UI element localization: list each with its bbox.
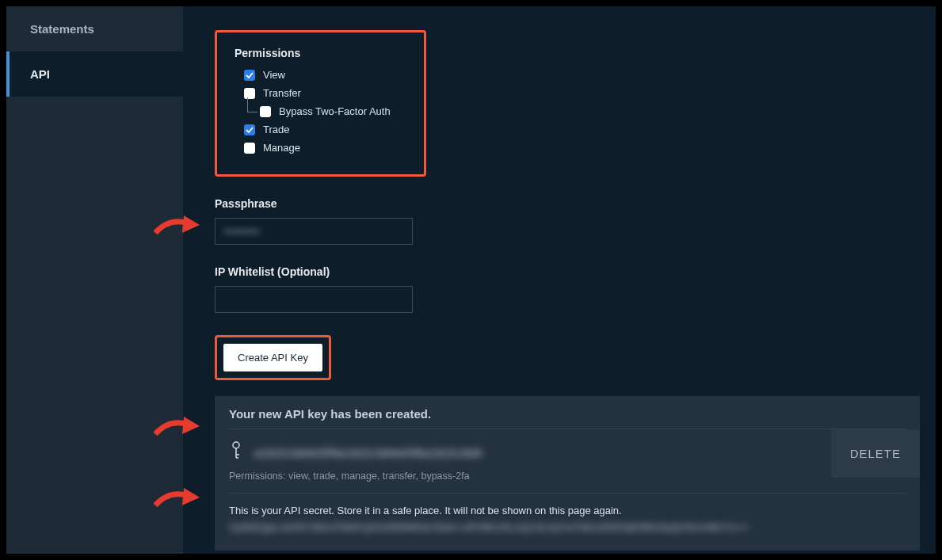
- api-secret-value: Xy9ZkQpL3mN7vB2cF8dH1jK4sR6tW0eU5aG+oP/i…: [229, 521, 906, 533]
- permission-label: Manage: [263, 142, 300, 154]
- sidebar-item-statements[interactable]: Statements: [6, 6, 183, 51]
- svg-point-0: [233, 442, 239, 448]
- ip-whitelist-group: IP Whitelist (Optional): [215, 265, 936, 313]
- key-icon: [229, 440, 243, 464]
- api-key-result-panel: Your new API key has been created. a1b2c…: [215, 396, 920, 550]
- permission-trade[interactable]: Trade: [244, 124, 406, 135]
- result-title: Your new API key has been created.: [229, 407, 906, 429]
- delete-button[interactable]: DELETE: [831, 429, 920, 478]
- permission-view[interactable]: View: [244, 69, 406, 81]
- permission-transfer[interactable]: Transfer: [244, 87, 406, 99]
- api-key-value: a1b2c3d4e5f6a1b2c3d4e5f6a1b2c3d4: [254, 446, 482, 459]
- checkbox-manage[interactable]: [244, 143, 255, 154]
- permission-label: Trade: [263, 124, 289, 135]
- permission-label: Bypass Two-Factor Auth: [279, 105, 391, 117]
- passphrase-group: Passphrase ••••••••••: [215, 197, 936, 245]
- permission-label: View: [263, 69, 285, 81]
- sidebar: Statements API: [6, 6, 183, 554]
- checkbox-bypass-2fa[interactable]: [260, 106, 271, 117]
- checkbox-trade[interactable]: [244, 124, 255, 135]
- api-secret-note: This is your API secret. Store it in a s…: [229, 505, 906, 516]
- main-content: Permissions View Transfer Bypass Two-Fac…: [183, 6, 936, 554]
- ip-whitelist-input[interactable]: [215, 286, 413, 313]
- api-key-row: a1b2c3d4e5f6a1b2c3d4e5f6a1b2c3d4: [229, 429, 906, 470]
- passphrase-label: Passphrase: [215, 197, 936, 210]
- create-button-highlight: Create API Key: [215, 335, 331, 380]
- sidebar-item-api[interactable]: API: [6, 51, 183, 97]
- passphrase-input[interactable]: ••••••••••: [215, 218, 413, 245]
- create-api-key-button[interactable]: Create API Key: [223, 344, 322, 371]
- passphrase-value: ••••••••••: [223, 226, 260, 238]
- permissions-section: Permissions View Transfer Bypass Two-Fac…: [215, 30, 426, 177]
- permission-bypass-2fa[interactable]: Bypass Two-Factor Auth: [260, 105, 406, 117]
- permission-label: Transfer: [263, 87, 301, 99]
- permissions-title: Permissions: [235, 47, 406, 59]
- permissions-summary: Permissions: view, trade, manage, transf…: [229, 470, 906, 493]
- sidebar-item-label: API: [30, 67, 50, 81]
- permission-manage[interactable]: Manage: [244, 142, 406, 154]
- checkbox-view[interactable]: [244, 70, 255, 81]
- ip-whitelist-label: IP Whitelist (Optional): [215, 265, 936, 278]
- sidebar-item-label: Statements: [30, 22, 94, 36]
